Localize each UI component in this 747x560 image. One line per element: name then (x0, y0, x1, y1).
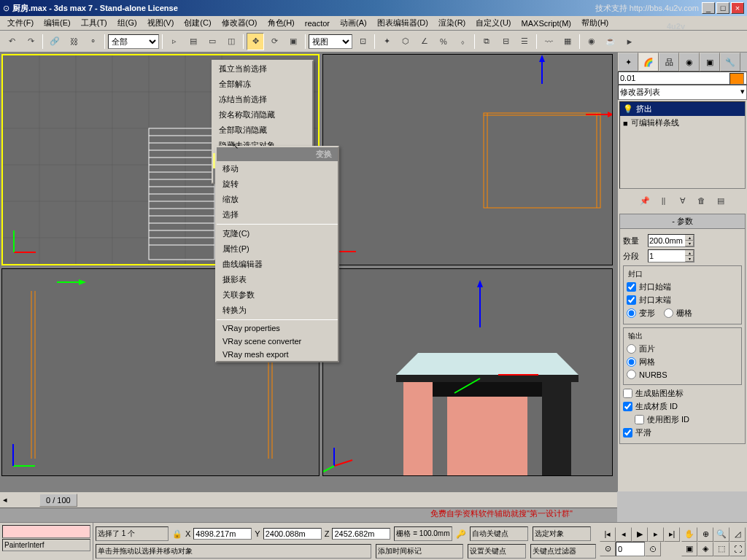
cm-unfreeze-all[interactable]: 全部解冻 (213, 77, 312, 92)
zoom-extents-button[interactable]: ▣ (681, 542, 697, 556)
modifier-stack[interactable]: 💡 挤出 ■ 可编辑样条线 (619, 101, 746, 189)
menu-edit[interactable]: 编辑(E) (39, 16, 75, 30)
ref-coord-system[interactable]: 视图 (309, 34, 352, 49)
nurbs-radio[interactable] (627, 370, 636, 379)
current-frame-input[interactable] (616, 542, 645, 556)
stack-item-extrude[interactable]: 💡 挤出 (620, 102, 745, 116)
amount-spinner[interactable]: ▴▾ (648, 234, 694, 247)
add-time-tag[interactable]: 添加时间标记 (376, 544, 463, 559)
move-button[interactable]: ✥ (247, 33, 264, 50)
menu-customize[interactable]: 自定义(U) (471, 16, 515, 30)
goto-end-button[interactable]: ▸| (664, 527, 680, 542)
cm-scale[interactable]: 缩放 (217, 192, 338, 207)
cm-freeze-sel[interactable]: 冻结当前选择 (213, 92, 312, 107)
z-coord-input[interactable] (332, 528, 390, 540)
menu-graph-editors[interactable]: 图表编辑器(D) (373, 16, 433, 30)
menu-reactor[interactable]: reactor (301, 18, 334, 29)
select-region-button[interactable]: ▭ (204, 33, 221, 50)
use-shape-checkbox[interactable] (635, 415, 644, 424)
mirror-button[interactable]: ⧉ (478, 33, 495, 50)
cm-isolate[interactable]: 孤立当前选择 (213, 61, 312, 77)
viewport-perspective[interactable] (322, 268, 613, 476)
remove-modifier-button[interactable]: 🗑 (693, 192, 711, 209)
cm-select[interactable]: 选择 (217, 207, 338, 222)
pan-view-button[interactable]: ✋ (681, 527, 697, 542)
menu-modifiers[interactable]: 修改器(O) (217, 16, 262, 30)
percent-snap-button[interactable]: % (435, 33, 452, 50)
angle-snap-button[interactable]: ∠ (416, 33, 433, 50)
mesh-radio[interactable] (627, 357, 636, 367)
bind-button[interactable]: ⚬ (84, 33, 101, 50)
align-button[interactable]: ⊟ (497, 33, 514, 50)
redo-button[interactable]: ↷ (22, 33, 39, 50)
configure-sets-button[interactable]: ▤ (712, 192, 729, 209)
scale-button[interactable]: ▣ (285, 33, 302, 50)
time-config-button[interactable]: ⏲ (645, 542, 661, 556)
tab-display[interactable]: ▣ (700, 52, 720, 71)
viewport-front[interactable] (322, 54, 613, 265)
zoom-extents-all-button[interactable]: ◈ (697, 542, 713, 556)
menu-help[interactable]: 帮助(H) (577, 16, 613, 30)
play-button[interactable]: ▶ (632, 527, 648, 542)
menu-tools[interactable]: 工具(T) (77, 16, 112, 30)
cm-properties[interactable]: 属性(P) (217, 241, 338, 257)
menu-render[interactable]: 渲染(R) (434, 16, 470, 30)
layers-button[interactable]: ☰ (516, 33, 533, 50)
make-unique-button[interactable]: ∀ (674, 192, 692, 209)
cm-vray-scene-conv[interactable]: VRay scene converter (217, 335, 338, 348)
script-listener[interactable] (2, 525, 90, 538)
object-name-field[interactable] (618, 71, 747, 85)
manipulate-button[interactable]: ✦ (378, 33, 395, 50)
window-crossing-button[interactable]: ◫ (222, 33, 240, 50)
key-mode-button[interactable]: ⊙ (600, 542, 616, 556)
render-scene-button[interactable]: ☕ (602, 33, 619, 50)
fov-button[interactable]: ◿ (729, 527, 746, 542)
spinner-snap-button[interactable]: ⬨ (454, 33, 471, 50)
expand-icon[interactable]: ■ (623, 119, 628, 128)
tab-utilities[interactable]: 🔧 (720, 52, 740, 71)
cm-unhide-by-name[interactable]: 按名称取消隐藏 (213, 107, 312, 122)
snap-button[interactable]: ⬡ (397, 33, 414, 50)
menu-group[interactable]: 组(G) (113, 16, 142, 30)
tab-create[interactable]: ✦ (618, 52, 638, 71)
maximize-viewport-button[interactable]: ⛶ (729, 542, 746, 556)
time-slider[interactable]: ◂ 0 / 100 (0, 491, 617, 508)
grid-radio[interactable] (664, 308, 673, 318)
prev-frame-button[interactable]: ◂ (616, 527, 632, 542)
selection-filter[interactable]: 全部 (108, 34, 159, 49)
time-slider-thumb[interactable]: 0 / 100 (39, 494, 77, 507)
show-end-result-button[interactable]: || (655, 192, 673, 209)
select-button[interactable]: ▹ (166, 33, 183, 50)
unlink-button[interactable]: ⛓ (65, 33, 82, 50)
cm-move[interactable]: 移动 (217, 161, 338, 176)
cm-clone[interactable]: 克隆(C) (217, 226, 338, 241)
cm-vray-mesh-export[interactable]: VRay mesh export (217, 348, 338, 361)
cm-rotate[interactable]: 旋转 (217, 176, 338, 192)
cm-dope-sheet[interactable]: 摄影表 (217, 272, 338, 287)
object-color-swatch[interactable] (729, 73, 744, 85)
cm-unhide-all[interactable]: 全部取消隐藏 (213, 122, 312, 138)
curve-editor-button[interactable]: 〰 (540, 33, 557, 50)
menu-character[interactable]: 角色(H) (263, 16, 299, 30)
pivot-button[interactable]: ⊡ (354, 33, 371, 50)
pin-stack-button[interactable]: 📌 (636, 192, 654, 209)
x-coord-input[interactable] (193, 528, 252, 540)
region-zoom-button[interactable]: ⬚ (713, 542, 729, 556)
cm-vray-props[interactable]: VRay properties (217, 322, 338, 335)
morph-radio[interactable] (627, 308, 636, 318)
cm-wire-params[interactable]: 关联参数 (217, 287, 338, 303)
select-by-name-button[interactable]: ▤ (185, 33, 202, 50)
next-frame-button[interactable]: ▸ (648, 527, 664, 542)
segments-spinner[interactable]: ▴▾ (648, 249, 694, 262)
cm-curve-editor[interactable]: 曲线编辑器 (217, 257, 338, 272)
auto-key-button[interactable]: 自动关键点 (470, 526, 528, 541)
smooth-checkbox[interactable] (623, 428, 632, 438)
cm-convert-to[interactable]: 转换为 (217, 303, 338, 318)
menu-file[interactable]: 文件(F) (3, 16, 38, 30)
cap-start-checkbox[interactable] (627, 282, 636, 292)
lock-icon[interactable]: 🔒 (172, 529, 182, 539)
zoom-button[interactable]: 🔍 (713, 527, 729, 542)
undo-button[interactable]: ↶ (3, 33, 20, 50)
schematic-button[interactable]: ▦ (559, 33, 576, 50)
tab-hierarchy[interactable]: 品 (659, 52, 679, 71)
